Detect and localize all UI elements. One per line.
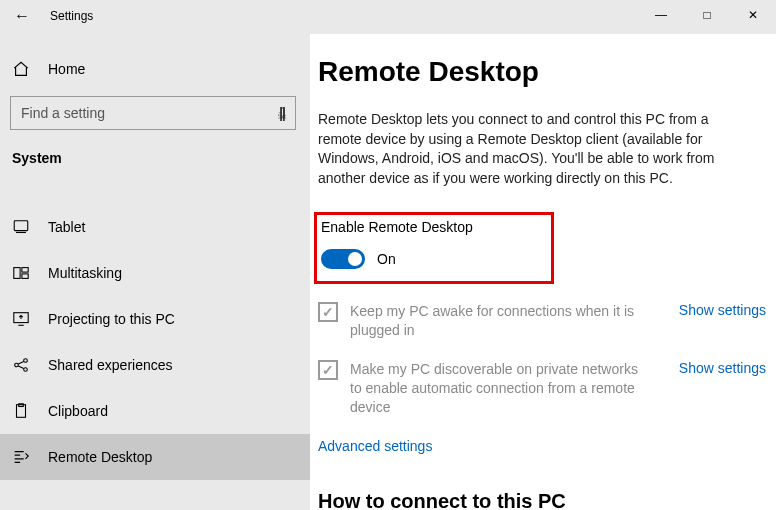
highlight-box: Enable Remote Desktop On [314, 212, 554, 284]
sidebar-item-label: Remote Desktop [48, 449, 152, 465]
sidebar-item-label: Multitasking [48, 265, 122, 281]
clipboard-icon [12, 402, 30, 420]
tablet-icon [12, 218, 30, 236]
sidebar-item-multitasking[interactable]: Multitasking [0, 250, 310, 296]
sidebar-item-remote-desktop[interactable]: Remote Desktop [0, 434, 310, 480]
home-label: Home [48, 61, 85, 77]
svg-point-8 [15, 363, 19, 367]
content-pane: Remote Desktop Remote Desktop lets you c… [310, 34, 776, 510]
svg-point-10 [24, 368, 28, 372]
home-icon [12, 60, 30, 78]
advanced-settings-link[interactable]: Advanced settings [318, 438, 432, 454]
svg-rect-6 [22, 274, 28, 279]
sidebar-item-label: Clipboard [48, 403, 108, 419]
keep-awake-checkbox[interactable]: ✓ [318, 302, 338, 322]
page-intro: Remote Desktop lets you connect to and c… [318, 110, 748, 188]
projecting-icon [12, 310, 30, 328]
maximize-button[interactable]: □ [684, 0, 730, 30]
sidebar-item-tablet[interactable]: Tablet [0, 204, 310, 250]
enable-remote-desktop-label: Enable Remote Desktop [317, 219, 541, 235]
search-input[interactable] [10, 96, 296, 130]
svg-rect-3 [16, 232, 26, 233]
back-icon[interactable]: ← [14, 7, 30, 25]
svg-rect-4 [14, 268, 20, 279]
sidebar-item-clipboard[interactable]: Clipboard [0, 388, 310, 434]
show-settings-link-2[interactable]: Show settings [663, 360, 766, 376]
minimize-button[interactable]: — [638, 0, 684, 30]
discoverable-checkbox[interactable]: ✓ [318, 360, 338, 380]
discoverable-label: Make my PC discoverable on private netwo… [350, 360, 650, 417]
multitasking-icon [12, 264, 30, 282]
app-title: Settings [50, 9, 93, 23]
svg-point-9 [24, 359, 28, 363]
page-title: Remote Desktop [318, 56, 766, 88]
sidebar-item-shared-experiences[interactable]: Shared experiences [0, 342, 310, 388]
close-button[interactable]: ✕ [730, 0, 776, 30]
sidebar-item-label: Tablet [48, 219, 85, 235]
how-to-connect-heading: How to connect to this PC [318, 490, 766, 510]
category-label: System [12, 150, 296, 166]
sidebar-item-projecting[interactable]: Projecting to this PC [0, 296, 310, 342]
toggle-knob [348, 252, 362, 266]
sidebar: Home 𪷝︎ ǁ  ⎁ ǁ System Tablet [0, 34, 310, 510]
svg-rect-5 [22, 268, 28, 273]
keep-awake-label: Keep my PC awake for connections when it… [350, 302, 650, 340]
remote-desktop-icon [12, 448, 30, 466]
home-nav[interactable]: Home [0, 54, 310, 78]
sidebar-item-label: Shared experiences [48, 357, 173, 373]
show-settings-link-1[interactable]: Show settings [663, 302, 766, 318]
search-icon: ǁ [279, 105, 286, 121]
toggle-state-label: On [377, 251, 396, 267]
svg-rect-2 [14, 221, 28, 231]
enable-remote-desktop-toggle[interactable] [321, 249, 365, 269]
shared-icon [12, 356, 30, 374]
sidebar-item-label: Projecting to this PC [48, 311, 175, 327]
